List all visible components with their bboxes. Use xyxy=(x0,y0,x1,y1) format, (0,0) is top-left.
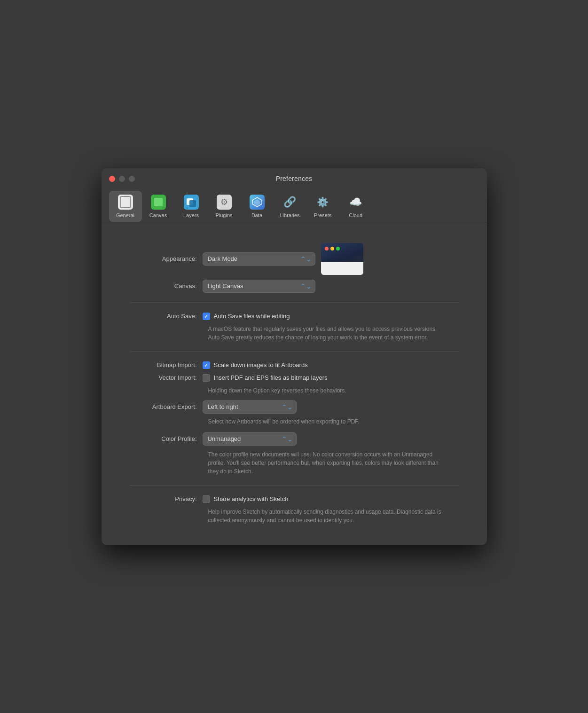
vector-row: Vector Import: Insert PDF and EPS files … xyxy=(130,374,459,382)
toolbar-label-libraries: Libraries xyxy=(280,212,300,218)
general-icon xyxy=(117,194,134,211)
canvas-select[interactable]: Light Canvas Dark Canvas xyxy=(203,280,315,293)
toolbar-item-canvas[interactable]: Canvas xyxy=(142,191,175,222)
autosave-label: Auto Save: xyxy=(130,313,203,320)
title-bar: Preferences xyxy=(102,168,487,187)
artboard-export-label: Artboard Export: xyxy=(130,403,203,410)
color-profile-row: Color Profile: Unmanaged sRGB Display P3… xyxy=(130,432,459,446)
privacy-row: Privacy: Share analytics with Sketch xyxy=(130,495,459,503)
artboard-export-select[interactable]: Left to right Top to bottom xyxy=(203,400,297,414)
color-profile-description: The color profile new documents will use… xyxy=(208,450,443,476)
autosave-section: Auto Save: Auto Save files while editing… xyxy=(130,303,459,352)
vector-label: Vector Import: xyxy=(130,374,203,381)
autosave-row: Auto Save: Auto Save files while editing xyxy=(130,312,459,320)
close-button[interactable] xyxy=(109,176,115,182)
import-section: Bitmap Import: Scale down images to fit … xyxy=(130,352,459,486)
layers-icon xyxy=(183,194,200,211)
toolbar-label-cloud: Cloud xyxy=(349,212,362,218)
autosave-checkbox-area: Auto Save files while editing xyxy=(203,312,290,320)
appearance-row: Appearance: Dark Mode Light Mode Auto ⌃⌄ xyxy=(130,243,459,275)
toolbar-label-general: General xyxy=(116,212,134,218)
window-title: Preferences xyxy=(276,175,313,187)
toolbar-label-canvas: Canvas xyxy=(149,212,167,218)
vector-checkbox-label: Insert PDF and EPS files as bitmap layer… xyxy=(214,374,328,381)
cloud-icon: ☁️ xyxy=(347,194,364,211)
window-controls xyxy=(109,176,135,182)
artboard-export-description: Select how Artboards will be ordered whe… xyxy=(208,418,459,425)
toolbar-item-plugins[interactable]: Plugins xyxy=(208,191,241,222)
appearance-preview xyxy=(321,243,363,275)
privacy-description: Help improve Sketch by automatically sen… xyxy=(208,508,443,525)
vector-checkbox[interactable] xyxy=(203,374,210,382)
bitmap-checkbox-area: Scale down images to fit Artboards xyxy=(203,361,308,369)
privacy-checkbox-label: Share analytics with Sketch xyxy=(214,495,289,502)
presets-icon: ⚙️ xyxy=(314,194,331,211)
canvas-select-wrapper: Light Canvas Dark Canvas ⌃⌄ xyxy=(203,280,315,293)
preview-dot-red xyxy=(325,247,329,251)
artboard-export-row: Artboard Export: Left to right Top to bo… xyxy=(130,400,459,414)
vector-checkbox-area: Insert PDF and EPS files as bitmap layer… xyxy=(203,374,328,382)
appearance-select-wrapper: Dark Mode Light Mode Auto ⌃⌄ xyxy=(203,252,315,266)
toolbar-item-layers[interactable]: Layers xyxy=(175,191,208,222)
libraries-icon: 🔗 xyxy=(282,194,298,211)
autosave-checkbox-label: Auto Save files while editing xyxy=(214,313,290,320)
artboard-export-section: Artboard Export: Left to right Top to bo… xyxy=(130,400,459,425)
artboard-export-select-wrapper: Left to right Top to bottom ⌃⌄ xyxy=(203,400,297,414)
privacy-label: Privacy: xyxy=(130,495,203,502)
preview-dot-green xyxy=(336,247,340,251)
toolbar-label-layers: Layers xyxy=(183,212,199,218)
toolbar-label-presets: Presets xyxy=(314,212,331,218)
minimize-button[interactable] xyxy=(119,176,125,182)
data-icon xyxy=(249,194,266,211)
toolbar-item-data[interactable]: Data xyxy=(241,191,274,222)
toolbar-label-data: Data xyxy=(251,212,262,218)
autosave-description: A macOS feature that regularly saves you… xyxy=(208,325,443,342)
canvas-control: Light Canvas Dark Canvas ⌃⌄ xyxy=(203,280,315,293)
bitmap-row: Bitmap Import: Scale down images to fit … xyxy=(130,361,459,369)
color-profile-label: Color Profile: xyxy=(130,435,203,442)
canvas-row: Canvas: Light Canvas Dark Canvas ⌃⌄ xyxy=(130,280,459,293)
plugins-icon xyxy=(216,194,233,211)
privacy-checkbox[interactable] xyxy=(203,495,210,503)
preferences-window: Preferences General Canvas xyxy=(102,168,487,545)
toolbar-item-presets[interactable]: ⚙️ Presets xyxy=(306,191,339,222)
preview-dots xyxy=(325,247,340,251)
bitmap-checkbox[interactable] xyxy=(203,361,210,369)
toolbar-item-general[interactable]: General xyxy=(109,191,142,222)
color-profile-select-wrapper: Unmanaged sRGB Display P3 ⌃⌄ xyxy=(203,432,297,446)
vector-description: Holding down the Option key reverses the… xyxy=(208,386,443,395)
toolbar-item-libraries[interactable]: 🔗 Libraries xyxy=(274,191,306,222)
toolbar: General Canvas Layers Plug xyxy=(102,187,487,222)
appearance-select[interactable]: Dark Mode Light Mode Auto xyxy=(203,252,315,266)
toolbar-item-cloud[interactable]: ☁️ Cloud xyxy=(339,191,372,222)
privacy-section: Privacy: Share analytics with Sketch Hel… xyxy=(130,486,459,534)
appearance-control: Dark Mode Light Mode Auto ⌃⌄ xyxy=(203,243,363,275)
bitmap-label: Bitmap Import: xyxy=(130,361,203,368)
canvas-icon xyxy=(150,194,167,211)
appearance-label: Appearance: xyxy=(130,255,203,262)
preview-canvas-area xyxy=(321,262,363,275)
appearance-section: Appearance: Dark Mode Light Mode Auto ⌃⌄ xyxy=(130,234,459,303)
autosave-checkbox[interactable] xyxy=(203,313,210,320)
preview-dot-yellow xyxy=(330,247,334,251)
canvas-label: Canvas: xyxy=(130,282,203,290)
privacy-checkbox-area: Share analytics with Sketch xyxy=(203,495,289,503)
bitmap-checkbox-label: Scale down images to fit Artboards xyxy=(214,361,308,368)
color-profile-select[interactable]: Unmanaged sRGB Display P3 xyxy=(203,432,297,446)
svg-rect-2 xyxy=(189,200,196,207)
toolbar-label-plugins: Plugins xyxy=(215,212,232,218)
content-area: Appearance: Dark Mode Light Mode Auto ⌃⌄ xyxy=(102,222,487,545)
color-profile-section: Color Profile: Unmanaged sRGB Display P3… xyxy=(130,432,459,476)
maximize-button[interactable] xyxy=(129,176,135,182)
